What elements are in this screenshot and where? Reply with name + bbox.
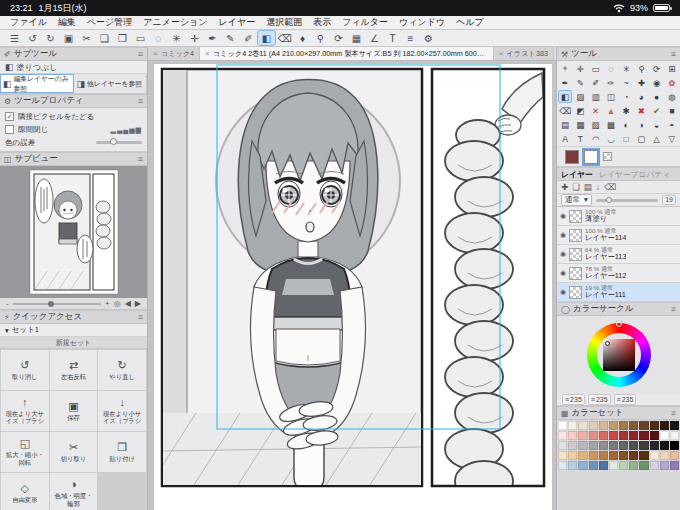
qa-undo-button[interactable]: ↺ 取り消し xyxy=(1,350,49,390)
quick-access-new-set-bar[interactable]: 新規セット xyxy=(0,337,147,349)
paste-icon[interactable]: ❐ xyxy=(114,31,131,45)
color-swatch[interactable] xyxy=(619,451,628,460)
menu-item[interactable]: アニメーション xyxy=(143,16,207,29)
color-swatch[interactable] xyxy=(639,421,648,430)
qa-flip-horizontal-button[interactable]: ⇄ 左右反転 xyxy=(50,350,98,390)
layer-opacity-slider[interactable] xyxy=(596,199,658,202)
color-swatch[interactable] xyxy=(650,441,659,450)
tool-icon[interactable]: ◧ xyxy=(558,90,572,103)
color-swatch[interactable] xyxy=(619,431,628,440)
rgb-value-chip[interactable]: ≡ 235 xyxy=(562,394,585,405)
color-swatch[interactable] xyxy=(599,451,608,460)
layer-row[interactable]: ◉ 78 % 通常 レイヤー112 xyxy=(557,264,680,283)
tab-layer[interactable]: レイヤー xyxy=(561,169,593,180)
main-color-swatch[interactable] xyxy=(565,150,579,164)
tool-icon[interactable]: ▽ xyxy=(665,132,679,145)
menu-item[interactable]: 編集 xyxy=(58,16,76,29)
layer-row[interactable]: ◉ 100 % 通常 レイヤー114 xyxy=(557,226,680,245)
color-swatch[interactable] xyxy=(639,431,648,440)
color-swatch[interactable] xyxy=(660,441,669,450)
ruler-icon[interactable]: ∠ xyxy=(366,31,383,45)
color-swatch[interactable] xyxy=(558,421,567,430)
tool-icon[interactable]: ⟳ xyxy=(650,62,664,75)
tool-icon[interactable]: ✚ xyxy=(634,76,648,89)
color-swatch[interactable] xyxy=(609,451,618,460)
tool-icon[interactable]: ▥ xyxy=(589,90,603,103)
color-swatch[interactable] xyxy=(558,431,567,440)
menu-item[interactable]: ファイル xyxy=(10,16,47,29)
color-swatch[interactable] xyxy=(609,431,618,440)
color-swatch[interactable] xyxy=(639,441,648,450)
tool-icon[interactable]: ▦ xyxy=(573,118,587,131)
sub-color-swatch[interactable] xyxy=(584,150,598,164)
panel-menu-icon[interactable]: ≡ xyxy=(671,304,676,314)
zoom-icon[interactable]: ⚲ xyxy=(312,31,329,45)
visibility-icon[interactable]: ◉ xyxy=(560,288,566,296)
tool-icon[interactable]: ✔ xyxy=(650,104,664,117)
tool-icon[interactable]: ■ xyxy=(665,104,679,117)
panel-menu-icon[interactable]: ≡ xyxy=(138,154,143,164)
tool-icon[interactable]: ✖ xyxy=(634,104,648,117)
panel-menu-icon[interactable]: ≡ xyxy=(671,49,676,59)
color-swatch[interactable] xyxy=(568,421,577,430)
color-swatch[interactable] xyxy=(609,461,618,470)
transparent-color-swatch[interactable] xyxy=(603,152,612,161)
color-swatch[interactable] xyxy=(629,431,638,440)
color-swatch[interactable] xyxy=(670,441,679,450)
brush-icon[interactable]: ✐ xyxy=(240,31,257,45)
delete-layer-icon[interactable]: ⌫ xyxy=(604,182,616,192)
color-swatch[interactable] xyxy=(578,431,587,440)
color-swatch[interactable] xyxy=(639,461,648,470)
color-swatch[interactable] xyxy=(629,451,638,460)
visibility-icon[interactable]: ◉ xyxy=(560,231,566,239)
tool-icon[interactable]: ⌫ xyxy=(558,104,572,117)
color-swatch[interactable] xyxy=(578,441,587,450)
tool-icon[interactable]: ◫ xyxy=(604,90,618,103)
color-swatch[interactable] xyxy=(568,451,577,460)
tool-icon[interactable]: ◓ xyxy=(665,118,679,131)
color-swatch[interactable] xyxy=(629,461,638,470)
grid-icon[interactable]: ▦ xyxy=(348,31,365,45)
menu-item[interactable]: ウィンドウ xyxy=(399,16,445,29)
select-wand-icon[interactable]: ✳ xyxy=(168,31,185,45)
color-swatch[interactable] xyxy=(578,451,587,460)
tool-icon[interactable]: ✛ xyxy=(573,62,587,75)
tool-icon[interactable]: ◠ xyxy=(589,132,603,145)
cut-icon[interactable]: ✂ xyxy=(78,31,95,45)
color-swatch[interactable] xyxy=(558,441,567,450)
quick-access-set-selector[interactable]: ▾ セット1 xyxy=(0,324,147,337)
tool-icon[interactable]: ◍ xyxy=(665,90,679,103)
subview-next-icon[interactable]: ▶ xyxy=(135,299,141,308)
subview-zoom-in-icon[interactable]: + xyxy=(105,299,110,308)
tool-icon[interactable]: ✎ xyxy=(573,76,587,89)
color-swatch[interactable] xyxy=(578,461,587,470)
close-gap-level-widget[interactable]: ▂▃▄▅▆ xyxy=(111,126,143,134)
color-swatch[interactable] xyxy=(568,441,577,450)
color-swatch[interactable] xyxy=(589,421,598,430)
subtool-refer-other-layers[interactable]: ◨ 他レイヤーを参照 xyxy=(74,74,148,93)
tool-icon[interactable]: ◉ xyxy=(650,76,664,89)
menu-item[interactable]: ページ管理 xyxy=(87,16,132,29)
close-icon[interactable]: × xyxy=(499,49,504,58)
color-swatch[interactable] xyxy=(650,421,659,430)
qa-cut-button[interactable]: ✂ 切り取り xyxy=(50,432,98,472)
canvas-viewport[interactable] xyxy=(148,61,556,510)
merge-down-icon[interactable]: ↓ xyxy=(596,182,600,192)
color-swatch[interactable] xyxy=(670,421,679,430)
tool-icon[interactable]: ◔ xyxy=(619,90,633,103)
snap-icon[interactable]: ≡ xyxy=(402,31,419,45)
color-swatch[interactable] xyxy=(558,451,567,460)
duplicate-layer-icon[interactable]: ❏ xyxy=(572,182,580,192)
panel-menu-icon[interactable]: ≡ xyxy=(671,408,676,418)
color-swatch[interactable] xyxy=(568,461,577,470)
tool-icon[interactable]: ▢ xyxy=(634,132,648,145)
visibility-icon[interactable]: ◉ xyxy=(560,269,566,277)
qa-color-range-button[interactable]: ◑ 色域・明度・輪郭 xyxy=(50,473,98,510)
subview-zoom-out-icon[interactable]: - xyxy=(6,299,9,308)
tool-icon[interactable]: A xyxy=(558,132,572,145)
tool-icon[interactable]: ◒ xyxy=(650,118,664,131)
tool-icon[interactable]: ▨ xyxy=(573,90,587,103)
color-swatch[interactable] xyxy=(599,431,608,440)
subview-fit-icon[interactable]: ◎ xyxy=(114,299,121,308)
tool-icon[interactable]: ✕ xyxy=(589,104,603,117)
